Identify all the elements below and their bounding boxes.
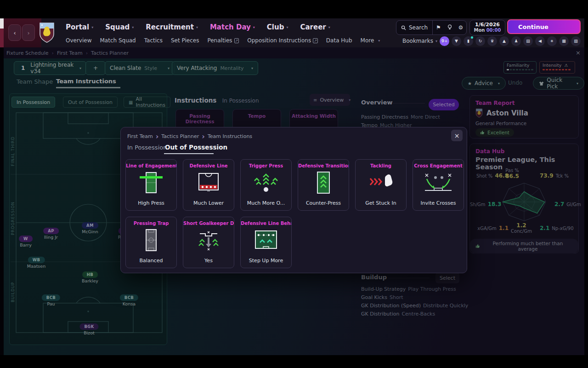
calendar-icon[interactable]: ▦	[559, 36, 569, 46]
subnav-opposition-instructions[interactable]: Opposition Instructions↗	[247, 37, 318, 44]
nav-squad[interactable]: Squad▾	[105, 23, 134, 31]
kit-icon[interactable]: ▼	[452, 36, 461, 46]
modal-crumb-team-instructions: Team Instructions	[208, 133, 252, 139]
search-toolbar: Search ⚑ ⚙	[396, 20, 467, 35]
fm-tactics-screen: ‹ › Portal▾ Squad▾ Recruitment▾ Match Da…	[0, 0, 588, 368]
messages-icon[interactable]: 9+	[440, 36, 449, 46]
trigger-press-icon	[241, 171, 291, 195]
ti-card-cross-engagement[interactable]: Cross Engagement Invite Crosses	[413, 159, 464, 211]
crumb-separator: ›	[156, 132, 159, 141]
defensive-transition-icon	[298, 171, 349, 195]
external-link-icon: ↗	[313, 38, 318, 43]
chevron-left-icon: ‹	[13, 29, 16, 36]
bookmarks-menu[interactable]: Bookmarks	[402, 38, 433, 44]
bookmark-icon[interactable]: ⚑	[433, 24, 444, 31]
search-plus-icon[interactable]: ∗	[547, 36, 557, 46]
nav-recruitment[interactable]: Recruitment▾	[146, 23, 198, 31]
match-notes-icon[interactable]: ▮	[464, 36, 473, 46]
nav-match-day[interactable]: Match Day▾	[210, 23, 255, 31]
external-link-icon: ↗	[234, 38, 239, 43]
modal-crumb-tactics-planner[interactable]: Tactics Planner	[161, 133, 199, 139]
chevron-down-icon: ▾	[253, 25, 255, 29]
bookmarks-row: Bookmarks ▾ 9+ ▼ ▮ ↻ ♛ ▲ ♟ ▤ ◀ ∗ ▦ ▧	[402, 36, 581, 46]
subnav-set-pieces[interactable]: Set Pieces	[171, 37, 199, 44]
notification-dot	[471, 36, 473, 39]
ti-card-trigger-press[interactable]: Trigger Press Much More O...	[240, 159, 292, 211]
sub-nav: Overview Match Squad Tactics Set Pieces …	[66, 36, 388, 45]
nav-club[interactable]: Club▾	[267, 23, 288, 31]
modal-tab-in-possession[interactable]: In Possession	[127, 144, 167, 151]
ti-card-pressing-trap[interactable]: Pressing Trap Balanced	[125, 217, 177, 268]
club-crest-aston-villa[interactable]	[39, 20, 55, 46]
news-icon[interactable]: ◀	[535, 36, 545, 46]
ti-card-defensive-transition[interactable]: Defensive Transition Counter-Press	[298, 159, 349, 211]
ti-card-defensive-line-behaviour[interactable]: Defensive Line Behavio Step Up More	[240, 217, 292, 268]
header-bar: ‹ › Portal▾ Squad▾ Recruitment▾ Match Da…	[4, 18, 584, 47]
defensive-line-icon	[183, 171, 234, 195]
close-icon: ×	[454, 132, 460, 139]
left-edge-claret	[0, 29, 4, 47]
chevron-down-icon: ▾	[435, 39, 437, 43]
day-value: Mon	[474, 28, 485, 33]
cross-engagement-icon	[413, 171, 464, 195]
game-date[interactable]: 1/6/2026 Mon 00:00	[469, 20, 505, 35]
main-nav: Portal▾ Squad▾ Recruitment▾ Match Day▾ C…	[66, 21, 342, 33]
subnav-tactics[interactable]: Tactics	[144, 37, 163, 44]
ti-card-short-goalkeeper-distribution[interactable]: Short Goalkeeper Distr Yes	[183, 217, 234, 268]
training-icon[interactable]: ▲	[499, 36, 509, 46]
chevron-down-icon: ▾	[286, 25, 288, 29]
chevron-down-icon: ▾	[132, 25, 134, 29]
gear-icon[interactable]: ⚙	[455, 24, 466, 31]
ti-card-line-of-engagement[interactable]: Line of Engagement High Press	[125, 159, 177, 211]
crumb-separator: ›	[202, 132, 205, 141]
modal-active-tab-underline	[164, 153, 214, 154]
pressing-trap-icon	[126, 228, 176, 252]
line-of-engagement-icon	[126, 171, 176, 195]
suggestions-bulb-icon[interactable]	[444, 24, 455, 31]
short-gk-distribution-icon	[183, 228, 234, 252]
schedule-icon[interactable]: ▤	[523, 36, 533, 46]
tackling-icon	[356, 171, 406, 195]
ti-card-defensive-line[interactable]: Defensive Line Much Lower	[183, 159, 234, 211]
chevron-down-icon: ▾	[378, 39, 380, 43]
modal-tab-out-of-possession[interactable]: Out of Possession	[165, 144, 227, 151]
chevron-right-icon: ›	[27, 29, 29, 36]
scouting-icon[interactable]: ♟	[511, 36, 521, 46]
search-icon	[401, 25, 406, 30]
time-value: 00:00	[486, 28, 501, 33]
date-value: 1/6/2026	[470, 22, 505, 28]
defensive-line-behaviour-icon	[241, 228, 291, 252]
team-instructions-modal: First Team › Tactics Planner › Team Inst…	[120, 127, 467, 273]
chevron-down-icon: ▾	[196, 25, 198, 29]
subnav-data-hub[interactable]: Data Hub	[326, 37, 352, 44]
forward-button[interactable]: ›	[22, 24, 35, 41]
modal-close-button[interactable]: ×	[451, 130, 463, 141]
back-button[interactable]: ‹	[8, 24, 21, 41]
modal-breadcrumb: First Team › Tactics Planner › Team Inst…	[127, 132, 252, 141]
nav-portal[interactable]: Portal▾	[66, 23, 93, 31]
subnav-penalties[interactable]: Penalties↗	[207, 37, 239, 44]
nav-career[interactable]: Career▾	[300, 23, 330, 31]
ti-card-tackling[interactable]: Tackling Get Stuck In	[355, 159, 407, 211]
subnav-overview[interactable]: Overview	[66, 37, 92, 44]
subnav-match-squad[interactable]: Match Squad	[100, 37, 136, 44]
chevron-down-icon: ▾	[328, 25, 330, 29]
chevron-down-icon: ▾	[91, 25, 93, 29]
subnav-more[interactable]: More▾	[361, 37, 380, 44]
search-button[interactable]: Search	[396, 21, 433, 34]
modal-crumb-first-team[interactable]: First Team	[127, 133, 153, 139]
continue-button[interactable]: Continue	[507, 19, 581, 34]
report-icon[interactable]: ▧	[571, 36, 581, 46]
trophy-icon[interactable]: ♛	[487, 36, 497, 46]
sync-icon[interactable]: ↻	[475, 36, 485, 46]
left-edge-highlight	[0, 18, 4, 29]
